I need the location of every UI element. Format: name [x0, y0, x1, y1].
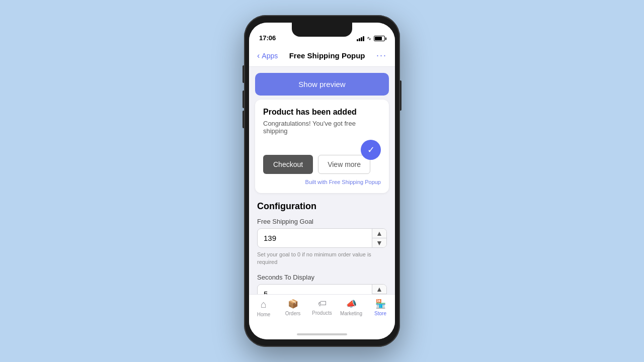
back-label: Apps	[262, 52, 278, 60]
tab-home[interactable]: ⌂ Home	[253, 299, 275, 317]
tab-store[interactable]: 🏪 Store	[369, 299, 391, 316]
built-with-prefix: Built with	[305, 179, 329, 185]
checkout-button[interactable]: Checkout	[263, 155, 313, 174]
tab-bar: ⌂ Home 📦 Orders 🏷 Products 📣 Marketing 🏪…	[249, 294, 395, 329]
battery-icon	[374, 36, 385, 41]
products-icon: 🏷	[318, 299, 327, 309]
seconds-to-display-stepper: ▲ ▼	[372, 285, 386, 294]
free-shipping-goal-hint: Set your goal to 0 if no minimum order v…	[257, 251, 387, 266]
home-icon: ⌂	[261, 299, 267, 310]
free-shipping-goal-input[interactable]	[258, 229, 372, 247]
built-with-link[interactable]: Free Shipping Popup	[329, 179, 381, 185]
orders-icon: 📦	[288, 299, 298, 309]
store-label: Store	[374, 311, 386, 316]
view-more-button[interactable]: View more	[318, 155, 370, 174]
tab-orders[interactable]: 📦 Orders	[282, 299, 304, 316]
home-label: Home	[257, 312, 271, 317]
free-shipping-goal-input-wrapper: ▲ ▼	[257, 228, 387, 248]
home-indicator	[249, 329, 395, 339]
checkmark: ✓	[367, 144, 375, 155]
products-label: Products	[312, 310, 332, 316]
status-time: 17:06	[259, 34, 276, 42]
home-bar	[297, 333, 347, 335]
nav-bar: ‹ Apps Free Shipping Popup ···	[249, 45, 395, 67]
free-shipping-goal-label: Free Shipping Goal	[257, 218, 387, 225]
show-preview-button[interactable]: Show preview	[255, 73, 389, 96]
free-shipping-goal-increment[interactable]: ▲	[372, 229, 386, 238]
marketing-icon: 📣	[346, 299, 357, 309]
seconds-to-display-label: Seconds To Display	[257, 274, 387, 281]
configuration-section: Configuration Free Shipping Goal ▲ ▼ Set…	[249, 201, 395, 294]
section-title: Configuration	[257, 201, 387, 212]
marketing-label: Marketing	[340, 311, 362, 316]
tab-products[interactable]: 🏷 Products	[311, 299, 333, 316]
preview-card: Product has been added Congratulations! …	[255, 100, 389, 193]
back-button[interactable]: ‹ Apps	[257, 51, 278, 60]
status-icons: ∿	[357, 35, 385, 42]
page-title: Free Shipping Popup	[289, 51, 365, 60]
free-shipping-goal-stepper: ▲ ▼	[372, 229, 386, 247]
tab-marketing[interactable]: 📣 Marketing	[340, 299, 362, 316]
free-shipping-goal-decrement[interactable]: ▼	[372, 238, 386, 247]
signal-icon	[357, 36, 364, 41]
check-icon: ✓	[361, 140, 381, 160]
preview-subtext: Congratulations! You've got free shippin…	[263, 120, 381, 135]
seconds-to-display-input-wrapper: ▲ ▼	[257, 284, 387, 294]
wifi-icon: ∿	[367, 35, 371, 42]
phone-frame: 17:06 ∿ ‹ Apps Free Shipping Popup	[244, 15, 400, 347]
back-chevron-icon: ‹	[257, 51, 260, 60]
more-button[interactable]: ···	[376, 50, 387, 61]
orders-label: Orders	[285, 311, 301, 316]
main-content: Show preview Product has been added Cong…	[249, 67, 395, 294]
preview-buttons: Checkout View more	[263, 155, 381, 174]
notch	[292, 23, 352, 37]
built-with-text: Built with Free Shipping Popup	[263, 179, 381, 185]
store-icon: 🏪	[375, 299, 386, 309]
phone-screen: 17:06 ∿ ‹ Apps Free Shipping Popup	[249, 23, 395, 339]
seconds-to-display-input[interactable]	[258, 285, 372, 294]
preview-header: Product has been added	[263, 108, 381, 117]
seconds-to-display-increment[interactable]: ▲	[372, 285, 386, 294]
